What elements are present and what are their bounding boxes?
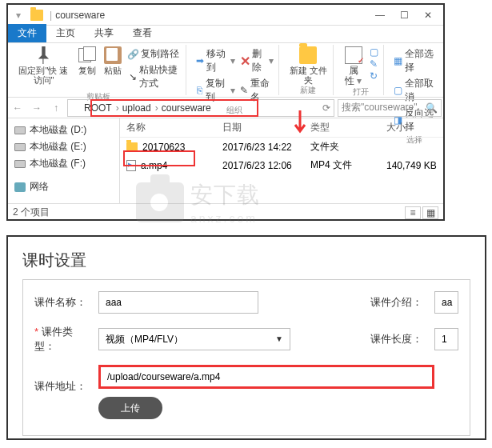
delete-icon: ✕	[240, 56, 250, 66]
drive-icon	[14, 126, 26, 134]
close-button[interactable]: ✕	[416, 7, 440, 23]
video-file-icon	[126, 160, 136, 171]
rename-icon: ✎	[240, 86, 248, 95]
ribbon: 固定到"快 速访问" 复制 粘贴 🔗复制路径 ↘粘贴快捷方式 剪贴板 ➡移动到▾…	[8, 43, 443, 98]
view-details-button[interactable]: ≡	[405, 206, 421, 219]
length-label: 课件长度：	[370, 332, 426, 346]
addr-label: 课件地址：	[34, 365, 90, 394]
open-icon: ▢	[369, 47, 378, 57]
copy-button[interactable]: 复制	[76, 46, 98, 91]
search-icon: 🔍	[426, 102, 438, 114]
name-input[interactable]: aaa	[98, 291, 258, 314]
paste-icon	[104, 46, 122, 64]
separator: |	[50, 10, 52, 21]
new-folder-icon	[299, 46, 317, 64]
file-row[interactable]: 20170623 2017/6/23 14:22 文件夹	[120, 138, 443, 156]
explorer-window: ▾ | courseware — ☐ ✕ 文件 主页 共享 查看 固定到"快 速…	[6, 3, 445, 221]
edit-icon: ✎	[369, 59, 378, 69]
link-icon: 🔗	[129, 50, 138, 59]
col-size[interactable]: 大小	[386, 121, 437, 134]
item-count: 2 个项目	[13, 206, 50, 219]
window-title: courseware	[55, 10, 368, 21]
paste-button[interactable]: 粘贴	[102, 46, 124, 91]
drive-icon	[14, 160, 26, 168]
tab-view[interactable]: 查看	[123, 24, 162, 42]
pin-quick-access-button[interactable]: 固定到"快 速访问"	[14, 46, 73, 91]
nav-pane: 本地磁盘 (D:) 本地磁盘 (E:) 本地磁盘 (F:) 网络 家庭组	[8, 118, 120, 203]
col-name[interactable]: 名称	[126, 121, 222, 134]
address-bar[interactable]: ROOT› upload› courseware ⟳	[67, 99, 334, 117]
tab-file[interactable]: 文件	[8, 24, 46, 42]
pin-icon	[34, 46, 52, 64]
folder-icon	[126, 142, 138, 152]
col-date[interactable]: 日期	[222, 121, 310, 134]
history-button[interactable]: ↻	[367, 70, 380, 82]
sidebar-homegroup[interactable]: 家庭组	[8, 202, 119, 203]
history-icon: ↻	[369, 71, 378, 81]
breadcrumb-item[interactable]: courseware	[162, 102, 211, 114]
move-icon: ➡	[196, 56, 204, 66]
move-to-button[interactable]: ➡移动到▾	[194, 46, 237, 75]
open-button[interactable]: ▢	[367, 46, 380, 58]
up-button[interactable]: ↑	[48, 100, 64, 116]
address-bar-row: ← → ↑ ROOT› upload› courseware ⟳ 搜索"cour…	[8, 98, 443, 118]
select-none-icon: ▢	[394, 86, 402, 95]
sidebar-drive-d[interactable]: 本地磁盘 (D:)	[8, 122, 119, 138]
delete-button[interactable]: ✕删除▾	[238, 46, 275, 75]
col-type[interactable]: 类型	[310, 121, 386, 134]
panel-title: 课时设置	[22, 250, 470, 271]
network-icon	[14, 182, 26, 192]
view-icons-button[interactable]: ▦	[422, 206, 438, 219]
folder-icon	[71, 103, 82, 113]
properties-icon	[345, 46, 362, 64]
sidebar-drive-e[interactable]: 本地磁盘 (E:)	[8, 138, 119, 155]
sidebar-drive-f[interactable]: 本地磁盘 (F:)	[8, 155, 119, 172]
settings-panel: 课时设置 课件名称： aaa 课件介绍： aa 课件类型： 视频（MP4/FLV…	[6, 235, 486, 440]
properties-button[interactable]: 属性 ▾	[342, 46, 365, 86]
group-label: 新建	[300, 85, 316, 96]
file-list: 名称 日期 类型 大小 20170623 2017/6/23 14:22 文件夹…	[120, 118, 443, 203]
drive-icon	[14, 143, 26, 151]
sidebar-network[interactable]: 网络	[8, 178, 119, 195]
file-row[interactable]: a.mp4 2017/6/23 12:06 MP4 文件 140,749 KB	[120, 156, 443, 174]
minimize-button[interactable]: —	[368, 7, 392, 23]
breadcrumb-item[interactable]: upload›	[122, 102, 160, 114]
path-input[interactable]: /upload/courseware/a.mp4	[98, 365, 434, 389]
folder-icon	[30, 10, 43, 21]
type-select[interactable]: 视频（MP4/FLV）	[98, 328, 290, 350]
tab-share[interactable]: 共享	[85, 24, 123, 42]
tab-home[interactable]: 主页	[46, 24, 85, 42]
length-input[interactable]: 1	[434, 328, 458, 350]
breadcrumb-item[interactable]: ROOT›	[84, 102, 121, 114]
type-label: 课件类型：	[34, 325, 90, 354]
name-label: 课件名称：	[34, 295, 90, 310]
form-container: 课件名称： aaa 课件介绍： aa 课件类型： 视频（MP4/FLV） 课件长…	[22, 279, 470, 436]
new-folder-button[interactable]: 新建 文件夹	[287, 46, 330, 85]
select-all-button[interactable]: ▦全部选择	[392, 46, 437, 75]
status-bar: 2 个项目 ≡ ▦	[8, 203, 443, 221]
copy-path-button[interactable]: 🔗复制路径	[127, 46, 182, 62]
edit-button[interactable]: ✎	[367, 58, 380, 70]
maximize-button[interactable]: ☐	[392, 7, 416, 23]
forward-button[interactable]: →	[29, 100, 45, 116]
paste-shortcut-button[interactable]: ↘粘贴快捷方式	[127, 62, 182, 91]
shortcut-icon: ↘	[129, 72, 137, 82]
copy-to-icon: ⎘	[196, 86, 203, 95]
intro-input[interactable]: aa	[434, 291, 458, 314]
history-down-icon[interactable]: ▾	[11, 8, 26, 22]
ribbon-tabs: 文件 主页 共享 查看	[8, 26, 443, 43]
select-all-icon: ▦	[394, 56, 402, 66]
column-headers[interactable]: 名称 日期 类型 大小	[120, 118, 443, 138]
dropdown-icon[interactable]: ⟳	[322, 102, 330, 114]
copy-icon	[78, 46, 96, 64]
title-bar: ▾ | courseware — ☐ ✕	[8, 5, 443, 26]
upload-button[interactable]: 上传	[98, 397, 162, 419]
group-label: 打开	[353, 86, 369, 98]
back-button[interactable]: ←	[10, 100, 26, 116]
search-input[interactable]: 搜索"courseware"🔍	[338, 99, 442, 117]
intro-label: 课件介绍：	[370, 295, 426, 310]
